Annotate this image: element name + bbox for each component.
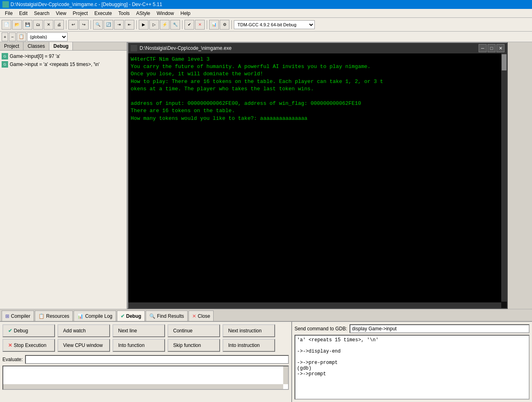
gdb-label: Send command to GDB: <box>295 326 347 332</box>
title-bar-text: D:\Nostalgia\Dev-Cpp\code_\nimgame.c - [… <box>11 2 162 7</box>
tab-debug-bottom[interactable]: ✔ Debug <box>117 311 145 321</box>
continue-button[interactable]: Continue <box>167 324 220 337</box>
open-button[interactable]: 📂 <box>12 20 22 30</box>
next-line-button[interactable]: Next line <box>112 324 165 337</box>
undo-button[interactable]: ↩ <box>68 20 78 30</box>
stop-execution-button[interactable]: ✕ Stop Execution <box>2 339 55 352</box>
run-button[interactable]: ▷ <box>149 20 159 30</box>
menu-view[interactable]: View <box>53 10 70 17</box>
console-hscroll[interactable] <box>128 302 501 308</box>
menu-window[interactable]: Window <box>153 10 177 17</box>
save-button[interactable]: 💾 <box>23 20 32 30</box>
debug-left: ✔ Debug Add watch Next line Continue Nex… <box>0 322 291 402</box>
debug-start-button[interactable]: ✔ Debug <box>2 324 55 337</box>
stop-btn2[interactable]: ✕ <box>195 20 205 30</box>
close-button[interactable]: ✕ <box>44 20 53 30</box>
view-cpu-label: View CPU window <box>63 342 103 348</box>
menu-help[interactable]: Help <box>177 10 194 17</box>
evaluate-output <box>2 366 289 390</box>
debug-btn-row-1: ✔ Debug Add watch Next line Continue Nex… <box>2 324 289 337</box>
menu-astyle[interactable]: AStyle <box>133 10 154 17</box>
sep4 <box>182 20 182 29</box>
compiler-select[interactable]: TDM-GCC 4.9.2 64-bit Debug <box>234 20 315 29</box>
tab-compile-log[interactable]: 📊 Compile Log <box>74 311 116 321</box>
menu-project[interactable]: Project <box>70 10 91 17</box>
next-instruction-button[interactable]: Next instruction <box>223 324 275 337</box>
tree-item-1-icon: G <box>2 61 8 68</box>
menu-file[interactable]: File <box>2 10 16 17</box>
gdb-input[interactable] <box>350 324 530 333</box>
main-toolbar: 📄 📂 💾 🗂 ✕ 🖨 ↩ ↪ 🔍 🔄 ⇥ ⇤ ▶ ▷ ⚡ 🔧 ✔ ✕ 📊 ⚙ … <box>0 18 532 32</box>
skip-function-button[interactable]: Skip function <box>167 339 220 352</box>
add-watch-button[interactable]: Add watch <box>57 324 110 337</box>
console-window: D:\Nostalgia\Dev-Cpp\code_\nimgame.exe ─… <box>127 42 508 309</box>
tab-resources[interactable]: 📋 Resources <box>35 311 73 321</box>
continue-label: Continue <box>173 328 193 334</box>
debug-btn2[interactable]: ✔ <box>184 20 194 30</box>
into-instruction-button[interactable]: Into instruction <box>223 339 275 352</box>
compiler-label: Compiler <box>11 313 30 319</box>
tab-close[interactable]: ✕ Close <box>189 311 214 321</box>
sep3 <box>136 20 137 29</box>
debug-bottom-label: Debug <box>126 313 141 319</box>
into-function-button[interactable]: Into function <box>112 339 165 352</box>
console-maximize-btn[interactable]: □ <box>487 44 496 52</box>
debug-right: Send command to GDB: 'a' <repeats 15 tim… <box>291 322 532 402</box>
add-watch-btn-label: Add watch <box>63 328 86 334</box>
tab-debug[interactable]: Debug <box>49 42 73 50</box>
compile-button[interactable]: ▶ <box>139 20 148 30</box>
remove-watch-tb-btn[interactable]: − <box>9 32 15 41</box>
tab-project[interactable]: Project <box>0 42 23 50</box>
view-cpu-button[interactable]: View CPU window <box>57 339 110 352</box>
compile-run-button[interactable]: ⚡ <box>160 20 170 30</box>
menu-execute[interactable]: Execute <box>91 10 115 17</box>
evaluate-input[interactable] <box>25 355 289 364</box>
sep1 <box>66 20 66 29</box>
second-toolbar: + − 📋 (globals) <box>0 32 532 42</box>
add-watch-tb-btn[interactable]: + <box>2 32 8 41</box>
find-results-icon: 🔍 <box>149 313 155 319</box>
chart-button[interactable]: 📊 <box>209 20 219 30</box>
tree-item-1-label: Game->input = 'a' <repeats 15 times>, '\… <box>10 62 100 67</box>
stop-icon: ✕ <box>8 342 12 348</box>
eval-vscroll[interactable] <box>283 366 288 384</box>
redo-button[interactable]: ↪ <box>79 20 89 30</box>
console-close-btn[interactable]: ✕ <box>496 44 504 52</box>
print-button[interactable]: 🖨 <box>54 20 64 30</box>
evaluate-label: Evaluate: <box>2 357 23 362</box>
indent-button[interactable]: ⇥ <box>114 20 124 30</box>
tab-classes[interactable]: Classes <box>23 42 49 50</box>
menu-edit[interactable]: Edit <box>16 10 31 17</box>
tab-compiler[interactable]: ⊞ Compiler <box>2 311 34 321</box>
debug-bottom-icon: ✔ <box>121 313 125 319</box>
menu-bar: File Edit Search View Project Execute To… <box>0 9 532 18</box>
sep2 <box>91 20 91 29</box>
tree-item-0[interactable]: G Game->input[0] = 97 'a' <box>2 52 125 60</box>
settings-button[interactable]: ⚙ <box>220 20 229 30</box>
tree-item-0-label: Game->input[0] = 97 'a' <box>10 53 60 59</box>
menu-search[interactable]: Search <box>31 10 53 17</box>
find-results-label: Find Results <box>157 313 184 319</box>
resources-label: Resources <box>46 313 69 319</box>
tab-find-results[interactable]: 🔍 Find Results <box>146 311 188 321</box>
console-scrollbar[interactable] <box>501 53 507 302</box>
search-button[interactable]: 🔍 <box>93 20 103 30</box>
sep5 <box>207 20 207 29</box>
rebuild-button[interactable]: 🔧 <box>170 20 180 30</box>
close-tab-icon: ✕ <box>192 313 196 319</box>
locals-btn[interactable]: 📋 <box>17 32 26 41</box>
new-button[interactable]: 📄 <box>2 20 11 30</box>
scope-select[interactable]: (globals) <box>27 32 68 41</box>
console-scrollbar-thumb[interactable] <box>502 54 507 70</box>
console-minimize-btn[interactable]: ─ <box>479 44 487 52</box>
menu-tools[interactable]: Tools <box>115 10 133 17</box>
skip-function-label: Skip function <box>173 342 201 348</box>
console-title-text: D:\Nostalgia\Dev-Cpp\code_\nimgame.exe <box>140 45 231 51</box>
replace-button[interactable]: 🔄 <box>104 20 113 30</box>
debug-start-label: Debug <box>14 328 28 334</box>
eval-hscroll[interactable] <box>3 384 283 389</box>
compile-log-label: Compile Log <box>85 313 112 319</box>
tree-item-1[interactable]: G Game->input = 'a' <repeats 15 times>, … <box>2 60 125 68</box>
unindent-button[interactable]: ⇤ <box>125 20 134 30</box>
save-all-button[interactable]: 🗂 <box>33 20 43 30</box>
